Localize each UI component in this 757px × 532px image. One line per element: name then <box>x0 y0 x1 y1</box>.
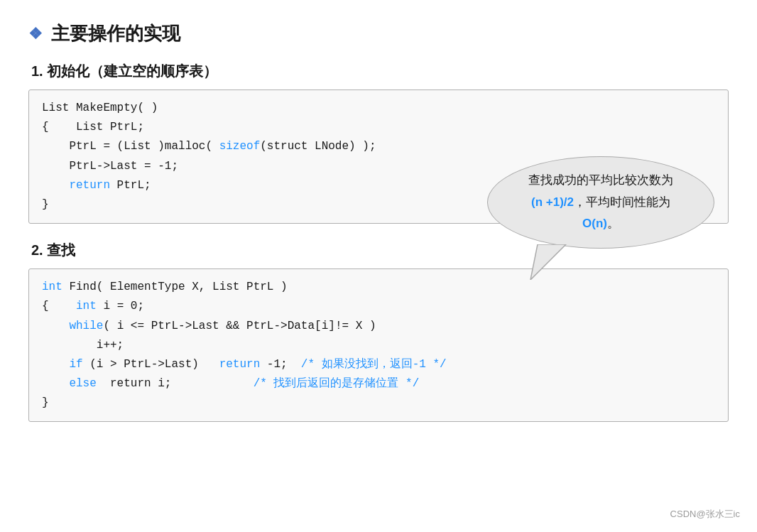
code-line: } <box>42 393 715 413</box>
speech-bubble-container: 查找成功的平均比较次数为 (n +1)/2，平均时间性能为 O(n)。 <box>487 156 714 249</box>
svg-marker-0 <box>530 244 566 280</box>
watermark: CSDN@张水三ic <box>670 508 740 521</box>
bubble-line2-rest: ，平均时间性能为 <box>574 195 670 209</box>
code-line: PtrL = (List )malloc( sizeof(struct LNod… <box>42 137 715 156</box>
keyword-else: else <box>69 377 96 390</box>
code-line: if (i > PtrL->Last) return -1; /* 如果没找到，… <box>42 355 715 374</box>
code-line: i++; <box>42 336 715 355</box>
keyword-if: if <box>69 358 82 371</box>
bubble-line3: O(n)。 <box>582 213 619 235</box>
keyword-int: int <box>42 281 62 293</box>
keyword-while: while <box>69 320 103 332</box>
code-line: List MakeEmpty( ) <box>42 99 715 118</box>
comment-1: /* 如果没找到，返回-1 */ <box>301 358 447 371</box>
keyword-sizeof: sizeof <box>219 140 261 153</box>
bubble-line2: (n +1)/2，平均时间性能为 <box>531 192 670 214</box>
subsection1-title: 1. 初始化（建立空的顺序表） <box>28 62 729 81</box>
keyword-return: return <box>69 179 110 192</box>
bubble-highlight-formula: (n +1)/2 <box>531 195 574 209</box>
bubble-tail <box>523 244 580 280</box>
code-line: { List PtrL; <box>42 118 715 137</box>
diamond-icon: ❖ <box>28 25 43 43</box>
subsection2: 2. 查找 int Find( ElementType X, List PtrL… <box>28 241 729 422</box>
code-line: { int i = 0; <box>42 297 715 316</box>
comment-2: /* 找到后返回的是存储位置 */ <box>254 377 420 390</box>
bubble-line1: 查找成功的平均比较次数为 <box>528 170 673 192</box>
section-title: ❖ 主要操作的实现 <box>28 21 729 46</box>
code-line: int Find( ElementType X, List PtrL ) <box>42 278 715 297</box>
keyword-return1: return <box>219 358 261 371</box>
code-line: while( i <= PtrL->Last && PtrL->Data[i]!… <box>42 317 715 336</box>
code-block-2: int Find( ElementType X, List PtrL ) { i… <box>28 268 729 422</box>
code-line: else return i; /* 找到后返回的是存储位置 */ <box>42 374 715 393</box>
speech-bubble: 查找成功的平均比较次数为 (n +1)/2，平均时间性能为 O(n)。 <box>487 156 714 249</box>
bubble-highlight-on: O(n) <box>582 217 607 230</box>
keyword-int2: int <box>76 300 97 313</box>
bubble-line3-rest: 。 <box>607 217 619 230</box>
